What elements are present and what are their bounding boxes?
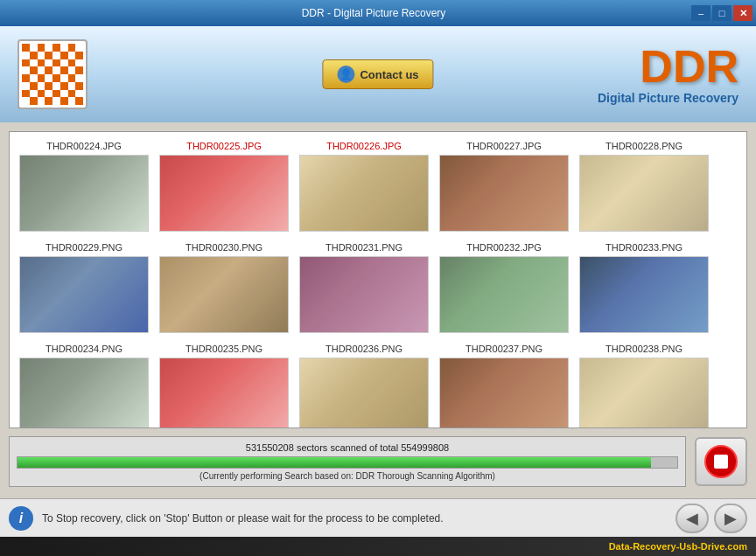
gallery-thumbnail[interactable] [159,256,289,333]
minimize-button[interactable]: – [691,5,710,21]
gallery-panel[interactable]: THDR00224.JPGTHDR00225.JPGTHDR00226.JPGT… [9,131,747,428]
gallery-item-label: THDR00230.PNG [186,242,262,253]
logo-box [18,39,88,109]
gallery-thumbnail[interactable] [439,155,569,232]
gallery-item-label: THDR00225.JPG [186,141,262,151]
gallery-item[interactable]: THDR00230.PNG [158,242,290,333]
footer-text: Data-Recovery-Usb-Drive.com [609,541,747,552]
gallery-item-label: THDR00238.PNG [606,344,682,354]
back-button[interactable]: ◀ [676,504,709,533]
gallery-item[interactable]: THDR00231.PNG [298,242,430,333]
progress-bar-track [17,456,678,469]
gallery-item[interactable]: THDR00232.JPG [438,242,570,333]
gallery-item-label: THDR00231.PNG [326,242,402,253]
gallery-item-label: THDR00229.PNG [46,242,122,253]
main-content: THDR00224.JPGTHDR00225.JPGTHDR00226.JPGT… [0,122,756,497]
gallery-item-label: THDR00226.JPG [326,141,402,151]
gallery-row: THDR00234.PNGTHDR00235.PNGTHDR00236.PNGT… [18,344,738,428]
progress-sub-text: (Currently performing Search based on: D… [17,471,678,481]
gallery-thumbnail[interactable] [19,358,149,428]
gallery-item[interactable]: THDR00238.PNG [578,344,710,428]
gallery-item-label: THDR00234.PNG [46,344,122,354]
title-bar-text: DDR - Digital Picture Recovery [56,7,691,19]
gallery-item-label: THDR00228.PNG [606,141,682,151]
gallery-thumbnail[interactable] [579,256,709,333]
gallery-thumbnail[interactable] [299,155,429,232]
gallery-item[interactable]: THDR00224.JPG [18,141,150,232]
gallery-item[interactable]: THDR00225.JPG [158,141,290,232]
gallery-row: THDR00229.PNGTHDR00230.PNGTHDR00231.PNGT… [18,242,738,333]
title-bar: DDR - Digital Picture Recovery – □ ✕ [0,0,756,26]
gallery-thumbnail[interactable] [439,256,569,333]
gallery-item-label: THDR00227.JPG [466,141,542,151]
gallery-item[interactable]: THDR00234.PNG [18,344,150,428]
logo-checker [22,44,83,105]
forward-button[interactable]: ▶ [714,504,747,533]
gallery-row: THDR00224.JPGTHDR00225.JPGTHDR00226.JPGT… [18,141,738,232]
gallery-item-label: THDR00233.PNG [606,242,682,253]
title-bar-controls: – □ ✕ [691,5,752,21]
brand-subtitle-text: Digital Picture Recovery [598,91,738,105]
gallery-item[interactable]: THDR00237.PNG [438,344,570,428]
gallery-item-label: THDR00236.PNG [326,344,402,354]
gallery-item[interactable]: THDR00226.JPG [298,141,430,232]
status-text: To Stop recovery, click on 'Stop' Button… [42,512,667,525]
stop-square [714,455,728,469]
stop-button[interactable] [695,437,747,486]
gallery-item[interactable]: THDR00228.PNG [578,141,710,232]
gallery-thumbnail[interactable] [579,155,709,232]
gallery-item-label: THDR00237.PNG [466,344,542,354]
gallery-item-label: THDR00232.JPG [466,242,542,253]
maximize-button[interactable]: □ [712,5,732,21]
footer: Data-Recovery-Usb-Drive.com [0,537,756,556]
gallery-item[interactable]: THDR00236.PNG [298,344,430,428]
gallery-thumbnail[interactable] [579,358,709,428]
progress-area: 531550208 sectors scanned of total 55499… [9,435,747,488]
info-icon: i [9,506,33,531]
gallery-item[interactable]: THDR00235.PNG [158,344,290,428]
gallery-thumbnail[interactable] [439,358,569,428]
contact-icon: 👤 [337,66,354,83]
progress-main-text: 531550208 sectors scanned of total 55499… [17,442,678,453]
header: 👤 Contact us DDR Digital Picture Recover… [0,26,756,122]
contact-button[interactable]: 👤 Contact us [322,59,433,89]
gallery-item[interactable]: THDR00233.PNG [578,242,710,333]
gallery-thumbnail[interactable] [19,256,149,333]
status-bar: i To Stop recovery, click on 'Stop' Butt… [0,498,756,537]
gallery-item[interactable]: THDR00229.PNG [18,242,150,333]
close-button[interactable]: ✕ [733,5,752,21]
gallery-item-label: THDR00235.PNG [186,344,262,354]
gallery-item-label: THDR00224.JPG [46,141,122,151]
contact-button-label: Contact us [360,68,418,81]
gallery-thumbnail[interactable] [159,155,289,232]
gallery-thumbnail[interactable] [299,358,429,428]
progress-box: 531550208 sectors scanned of total 55499… [9,436,686,487]
brand-ddr-text: DDR [598,44,738,89]
gallery-item[interactable]: THDR00227.JPG [438,141,570,232]
nav-buttons: ◀ ▶ [676,504,747,533]
stop-icon [704,445,738,478]
gallery-thumbnail[interactable] [19,155,149,232]
progress-bar-fill [18,457,651,468]
header-brand: DDR Digital Picture Recovery [598,44,738,105]
gallery-thumbnail[interactable] [159,358,289,428]
gallery-thumbnail[interactable] [299,256,429,333]
